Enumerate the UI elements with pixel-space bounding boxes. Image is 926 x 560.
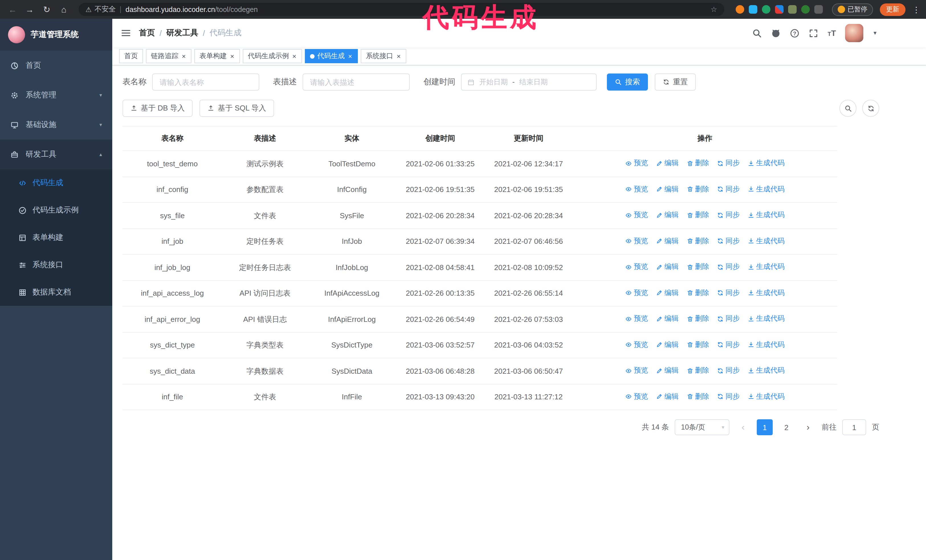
sync-link[interactable]: 同步 — [717, 261, 740, 273]
preview-link[interactable]: 预览 — [625, 235, 648, 247]
edit-link[interactable]: 编辑 — [656, 261, 679, 273]
sync-link[interactable]: 同步 — [717, 209, 740, 221]
tag-codegen-example[interactable]: 代码生成示例× — [243, 49, 302, 63]
extension-icon[interactable] — [749, 5, 757, 14]
prev-page-button[interactable]: ‹ — [735, 419, 751, 435]
forward-icon[interactable]: → — [23, 5, 36, 14]
sidebar-item-dev-tools[interactable]: 研发工具 ▴ — [0, 140, 112, 169]
sync-link[interactable]: 同步 — [717, 235, 740, 247]
sidebar-item-form-builder[interactable]: 表单构建 — [0, 224, 112, 251]
preview-link[interactable]: 预览 — [625, 339, 648, 351]
page-goto-input[interactable] — [842, 419, 866, 435]
date-range-picker[interactable]: 开始日期 - 结束日期 — [461, 74, 597, 91]
sidebar-item-system-api[interactable]: 系统接口 — [0, 251, 112, 279]
delete-link[interactable]: 删除 — [686, 183, 709, 195]
preview-link[interactable]: 预览 — [625, 287, 648, 299]
preview-link[interactable]: 预览 — [625, 313, 648, 325]
generate-code-link[interactable]: 生成代码 — [747, 287, 785, 299]
avatar-caret-down-icon[interactable]: ▼ — [872, 30, 878, 36]
preview-link[interactable]: 预览 — [625, 365, 648, 377]
edit-link[interactable]: 编辑 — [656, 313, 679, 325]
reload-icon[interactable]: ↻ — [40, 4, 54, 15]
generate-code-link[interactable]: 生成代码 — [747, 157, 785, 169]
browser-update-button[interactable]: 更新 — [880, 3, 905, 16]
table-name-input[interactable] — [152, 74, 259, 91]
url-bar[interactable]: ⚠ 不安全 dashboard.yudao.iocoder.cn/tool/co… — [79, 3, 724, 16]
delete-link[interactable]: 删除 — [686, 209, 709, 221]
tag-form-builder[interactable]: 表单构建× — [194, 49, 240, 63]
sync-link[interactable]: 同步 — [717, 365, 740, 377]
font-size-icon[interactable]: TT — [828, 29, 836, 38]
generate-code-link[interactable]: 生成代码 — [747, 261, 785, 273]
search-button[interactable]: 搜索 — [607, 74, 648, 91]
extension-icon[interactable] — [788, 5, 796, 14]
extension-icon[interactable] — [801, 5, 809, 14]
tag-system-api[interactable]: 系统接口× — [361, 49, 406, 63]
github-icon[interactable] — [771, 28, 781, 38]
fullscreen-icon[interactable] — [809, 28, 819, 38]
delete-link[interactable]: 删除 — [686, 313, 709, 325]
table-desc-input[interactable] — [303, 74, 410, 91]
edit-link[interactable]: 编辑 — [656, 339, 679, 351]
generate-code-link[interactable]: 生成代码 — [747, 183, 785, 195]
generate-code-link[interactable]: 生成代码 — [747, 209, 785, 221]
tag-code-generation[interactable]: 代码生成× — [305, 49, 358, 63]
browser-menu-icon[interactable]: ⋮ — [912, 5, 920, 14]
close-icon[interactable]: × — [348, 52, 353, 60]
sync-link[interactable]: 同步 — [717, 313, 740, 325]
generate-code-link[interactable]: 生成代码 — [747, 313, 785, 325]
close-icon[interactable]: × — [396, 52, 401, 60]
sync-link[interactable]: 同步 — [717, 183, 740, 195]
refresh-table-button[interactable] — [862, 100, 879, 117]
home-icon[interactable]: ⌂ — [57, 5, 71, 14]
reset-button[interactable]: 重置 — [655, 74, 696, 91]
extension-icon[interactable] — [775, 5, 783, 14]
sidebar-item-code-generation[interactable]: 代码生成 — [0, 169, 112, 196]
edit-link[interactable]: 编辑 — [656, 157, 679, 169]
edit-link[interactable]: 编辑 — [656, 235, 679, 247]
edit-link[interactable]: 编辑 — [656, 183, 679, 195]
sidebar-item-home[interactable]: 首页 — [0, 51, 112, 80]
sidebar-logo[interactable]: 芋道管理系统 — [0, 19, 112, 51]
bookmark-star-icon[interactable]: ☆ — [711, 5, 717, 14]
hamburger-icon[interactable] — [121, 28, 131, 38]
sidebar-item-database-docs[interactable]: 数据库文档 — [0, 279, 112, 306]
user-avatar[interactable] — [845, 24, 863, 42]
preview-link[interactable]: 预览 — [625, 209, 648, 221]
generate-code-link[interactable]: 生成代码 — [747, 391, 785, 403]
breadcrumb-home[interactable]: 首页 — [139, 28, 155, 38]
edit-link[interactable]: 编辑 — [656, 287, 679, 299]
extension-icon[interactable] — [762, 5, 770, 14]
sync-link[interactable]: 同步 — [717, 339, 740, 351]
sync-link[interactable]: 同步 — [717, 391, 740, 403]
import-db-button[interactable]: 基于 DB 导入 — [123, 100, 193, 117]
generate-code-link[interactable]: 生成代码 — [747, 365, 785, 377]
back-icon[interactable]: ← — [6, 5, 20, 14]
delete-link[interactable]: 删除 — [686, 287, 709, 299]
delete-link[interactable]: 删除 — [686, 261, 709, 273]
next-page-button[interactable]: › — [800, 419, 816, 435]
preview-link[interactable]: 预览 — [625, 391, 648, 403]
import-sql-button[interactable]: 基于 SQL 导入 — [200, 100, 274, 117]
generate-code-link[interactable]: 生成代码 — [747, 235, 785, 247]
edit-link[interactable]: 编辑 — [656, 391, 679, 403]
toggle-search-button[interactable] — [840, 100, 856, 117]
sync-link[interactable]: 同步 — [717, 157, 740, 169]
delete-link[interactable]: 删除 — [686, 157, 709, 169]
delete-link[interactable]: 删除 — [686, 235, 709, 247]
preview-link[interactable]: 预览 — [625, 157, 648, 169]
close-icon[interactable]: × — [181, 52, 186, 60]
security-warning-icon[interactable]: ⚠ — [85, 5, 92, 14]
sidebar-item-codegen-example[interactable]: 代码生成示例 — [0, 196, 112, 224]
edit-link[interactable]: 编辑 — [656, 209, 679, 221]
delete-link[interactable]: 删除 — [686, 391, 709, 403]
paused-extension-badge[interactable]: 已暂停 — [832, 3, 873, 16]
delete-link[interactable]: 删除 — [686, 365, 709, 377]
breadcrumb-dev-tools[interactable]: 研发工具 — [166, 28, 198, 38]
docs-question-icon[interactable] — [790, 28, 800, 38]
edit-link[interactable]: 编辑 — [656, 365, 679, 377]
sidebar-item-infrastructure[interactable]: 基础设施 ▾ — [0, 110, 112, 140]
delete-link[interactable]: 删除 — [686, 339, 709, 351]
preview-link[interactable]: 预览 — [625, 183, 648, 195]
sync-link[interactable]: 同步 — [717, 287, 740, 299]
